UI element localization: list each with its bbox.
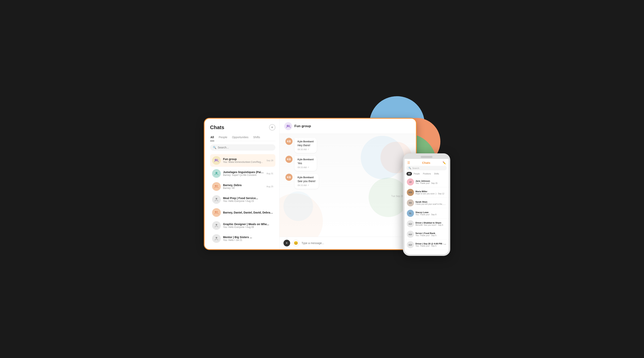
chat-name: Barney, Daniel, Daniel, David, Debra... … <box>223 211 274 214</box>
phone-tab-people[interactable]: People <box>412 172 421 176</box>
phone-chat-preview: Michelle: See you soon! · Sep 6 <box>416 224 446 226</box>
message-time: 09:33 AM ✓ <box>298 166 314 168</box>
svg-point-3 <box>215 185 216 187</box>
message-avatar: KB <box>286 138 292 145</box>
scene: Chats + All People Opportunities Shifts … <box>204 102 440 256</box>
message-avatar: KB <box>286 156 292 163</box>
phone-search-bar[interactable]: 🔍 Search <box>406 166 447 170</box>
chat-name: Fun group <box>223 158 264 161</box>
phone-list-item[interactable]: MAP Driver | Shabbat to Share Michelle: … <box>404 218 449 229</box>
phone-tab-all[interactable]: All <box>406 172 412 176</box>
date-divider: Tue Sep 28, 2021 <box>286 195 410 198</box>
chat-name: Barney, Debra <box>223 184 264 187</box>
phone-notch <box>404 155 449 159</box>
phone-search-label: Search <box>412 167 419 169</box>
chat-meta: Aug 31 <box>266 172 274 175</box>
message-row: KB Kyle Bombard Yes 09:33 AM ✓ <box>286 156 410 171</box>
chat-preview: Barney: Super! Ça Me Convient <box>223 174 264 176</box>
tab-shifts[interactable]: Shifts <box>253 134 260 141</box>
phone-tab-bar: All People Positions Shifts <box>404 172 449 176</box>
svg-point-2 <box>216 172 218 174</box>
chat-info: Barney, Daniel, Daniel, David, Debra... … <box>223 211 274 214</box>
emoji-button[interactable]: 😊 <box>292 240 299 246</box>
svg-point-6 <box>215 211 216 213</box>
phone-chat-name: Driver | Shabbat to Share <box>416 222 446 224</box>
edit-icon[interactable]: ✏️ <box>442 161 446 164</box>
message-row: KB Kyle Bombard See you there! 09:33 AM … <box>286 174 410 189</box>
list-item[interactable]: Fun group You: Www.Vomevolunteer.Com/Reg… <box>210 154 276 167</box>
tab-opportunities[interactable]: Opportunities <box>232 134 249 141</box>
add-attachment-button[interactable]: + <box>284 240 290 246</box>
message-avatar: KB <box>286 174 292 181</box>
chat-name: Meal Prep | Food Service... <box>223 196 274 200</box>
chat-list: Fun group You: Www.Vomevolunteer.Com/Reg… <box>210 154 276 245</box>
phone-tab-positions[interactable]: Positions <box>421 172 432 176</box>
list-item[interactable]: Graphic Designer | Meals on Whe... You: … <box>210 219 276 232</box>
message-bubble: Kyle Bombard See you there! 09:33 AM ✓ <box>294 174 319 189</box>
message-text: Yes <box>298 162 314 165</box>
phone-tab-shifts[interactable]: Shifts <box>432 172 440 176</box>
phone-avatar: MAP <box>407 241 414 248</box>
phone-list-item[interactable]: SS Sarah Shen I think you left your scar… <box>404 198 449 208</box>
svg-text:MAP: MAP <box>409 244 412 246</box>
message-bubble: Kyle Bombard Yes 09:33 AM ✓ <box>294 156 317 171</box>
chat-header-name: Fun group <box>294 124 311 128</box>
list-item[interactable]: Jumelages linguistiques (Paire #1) Barne… <box>210 167 276 180</box>
phone-chat-preview: You: Thank you! · Sep 5 <box>416 234 446 236</box>
chat-preview: You: Hello Everyone • Aug 23 <box>223 200 274 202</box>
message-sender: Kyle Bombard <box>298 140 314 143</box>
svg-point-7 <box>216 211 218 213</box>
search-input[interactable] <box>218 146 272 149</box>
chat-info: Barney, Debra Barney: Hi! <box>223 184 264 190</box>
phone-chat-preview: You: Thank you! · Sep 8 <box>416 214 446 216</box>
phone-list-item[interactable]: MM Maria Miller Hope to see you soon :) … <box>404 187 449 198</box>
phone-search-icon: 🔍 <box>408 167 411 169</box>
message-group: KB Kyle Bombard Hey there! 09:30 AM ✓ KB <box>286 138 410 201</box>
phone-header: ☰ Chats ✏️ <box>404 159 449 166</box>
message-time: 09:33 AM ✓ <box>298 184 316 186</box>
avatar <box>212 195 221 204</box>
phone-chat-name: Driver | Sep 20 @ 4:00 PM - 6:30 PM <box>416 242 446 245</box>
add-chat-button[interactable]: + <box>269 124 276 130</box>
avatar <box>212 221 221 230</box>
phone-list-item[interactable]: MAP Driver | Sep 20 @ 4:00 PM - 6:30 PM … <box>404 240 449 250</box>
svg-point-8 <box>216 224 217 226</box>
chat-preview: You: Hello Everyone • Aug 09 <box>223 226 274 228</box>
avatar <box>212 169 221 178</box>
phone-chat-list: JJ Jane Johnson You: Thank you! · Sep 15… <box>404 177 449 254</box>
sidebar: Chats + All People Opportunities Shifts … <box>204 119 280 249</box>
chat-info: Jumelages linguistiques (Paire #1) Barne… <box>223 170 264 176</box>
message-input[interactable] <box>302 242 412 245</box>
tab-people[interactable]: People <box>218 134 228 141</box>
svg-point-12 <box>288 125 290 127</box>
list-item[interactable]: Mentor | Big Sisters ... You: Hello • Ju… <box>210 232 276 245</box>
phone-avatar: MAP <box>407 220 414 227</box>
svg-point-5 <box>216 198 217 200</box>
phone-list-item[interactable]: MAP Server | Food Bank You: Thank you! ·… <box>404 229 449 240</box>
list-item[interactable]: Meal Prep | Food Service... You: Hello E… <box>210 193 276 206</box>
chat-name: Graphic Designer | Meals on Whe... <box>223 222 274 226</box>
phone-chat-info: Maria Miller Hope to see you soon :) · S… <box>416 190 446 195</box>
list-item[interactable]: Barney, Debra Barney: Hi! Aug 25 <box>210 180 276 193</box>
sidebar-header: Chats + <box>210 124 276 130</box>
phone-list-item[interactable]: SL Stacey Lowe You: Thank you! · Sep 8 <box>404 208 449 218</box>
phone-avatar: SS <box>407 199 414 206</box>
message-sender: Kyle Bombard <box>298 158 314 161</box>
phone-avatar: MM <box>407 189 414 196</box>
chat-meta: Sep 28 <box>266 159 274 162</box>
chat-preview: Barney: Hi! <box>223 187 264 190</box>
phone-chat-info: Stacey Lowe You: Thank you! · Sep 8 <box>416 211 446 216</box>
svg-point-4 <box>216 185 218 187</box>
phone-chat-name: Sarah Shen <box>416 201 446 203</box>
chat-info: Meal Prep | Food Service... You: Hello E… <box>223 196 274 202</box>
tab-all[interactable]: All <box>210 134 214 141</box>
chat-input-area: + 😊 <box>280 237 416 249</box>
search-bar: 🔍 <box>210 144 276 150</box>
phone-chat-preview: Hope to see you soon :) · Sep 12 <box>416 192 446 195</box>
chat-info: Fun group You: Www.Vomevolunteer.Com/Reg… <box>223 158 264 164</box>
phone-chat-name: Maria Miller <box>416 190 446 192</box>
phone-list-item[interactable]: JJ Jane Johnson You: Thank you! · Sep 15 <box>404 177 449 187</box>
message-time: 09:30 AM ✓ <box>298 148 314 150</box>
list-item[interactable]: Barney, Daniel, Daniel, David, Debra... … <box>210 206 276 219</box>
hamburger-icon[interactable]: ☰ <box>407 161 410 164</box>
